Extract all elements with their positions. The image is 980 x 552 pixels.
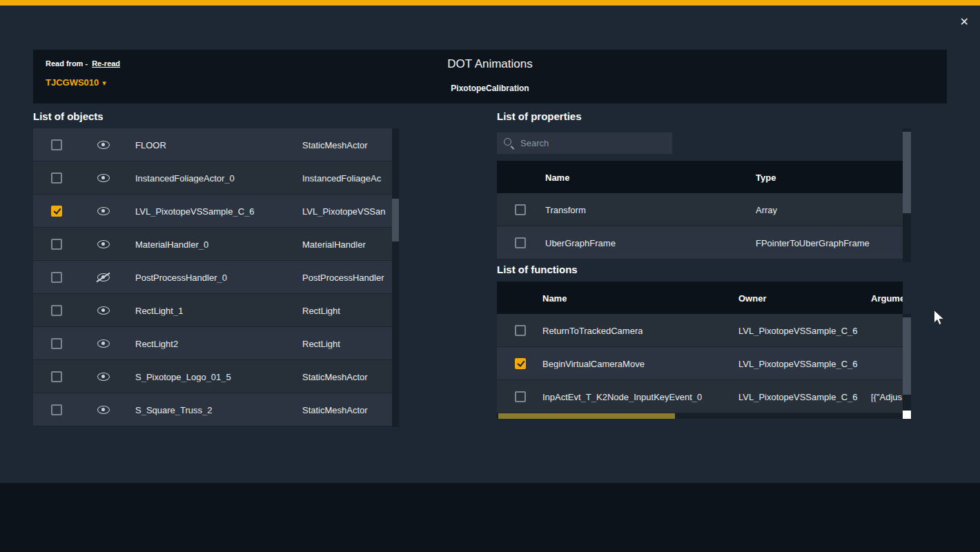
object-name: MaterialHandler_0 (135, 239, 208, 249)
function-owner: LVL_PixotopeVSSample_C_6 (738, 325, 866, 335)
object-type: MaterialHandler (302, 239, 392, 249)
row-checkbox[interactable] (51, 206, 62, 217)
object-type: RectLight (302, 338, 392, 348)
functions-horizontal-scrollbar-thumb[interactable] (498, 413, 675, 419)
row-checkbox[interactable] (51, 272, 62, 283)
eye-icon[interactable] (97, 206, 110, 216)
object-row[interactable]: S_Pixotope_Logo_01_5 StaticMeshActor (33, 360, 392, 393)
object-type: PostProcessHandler (302, 272, 392, 282)
object-name: RectLight2 (135, 338, 178, 348)
object-row[interactable]: InstancedFoliageActor_0 InstancedFoliage… (33, 161, 392, 195)
function-row[interactable]: ReturnToTrackedCamera LVL_PixotopeVSSamp… (497, 314, 903, 347)
objects-scrollbar[interactable] (392, 128, 399, 427)
object-type: InstancedFoliageAc (302, 172, 392, 183)
function-row[interactable]: BeginVirtualCameraMove LVL_PixotopeVSSam… (497, 347, 903, 380)
scrollbar-corner (903, 411, 911, 419)
row-checkbox[interactable] (515, 204, 526, 215)
row-checkbox[interactable] (51, 139, 62, 150)
eye-icon[interactable] (97, 405, 110, 415)
object-name: RectLight_1 (135, 305, 183, 315)
eye-off-icon[interactable] (97, 273, 110, 282)
property-name: Transform (545, 204, 586, 215)
row-checkbox[interactable] (515, 358, 526, 369)
property-row[interactable]: Transform Array (497, 193, 903, 226)
top-accent-bar (0, 0, 980, 6)
column-header-name: Name (542, 293, 567, 303)
properties-search[interactable] (497, 132, 672, 154)
object-type: StaticMeshActor (302, 371, 392, 382)
column-header-owner: Owner (738, 293, 866, 303)
object-row[interactable]: RectLight_1 RectLight (33, 294, 392, 327)
row-checkbox[interactable] (51, 239, 62, 250)
functions-table: Name Owner Argume ReturnToTrackedCamera … (497, 282, 903, 413)
function-name: ReturnToTrackedCamera (542, 325, 643, 335)
object-name: InstancedFoliageActor_0 (135, 172, 235, 183)
object-type: StaticMeshActor (302, 404, 392, 415)
function-name: BeginVirtualCameraMove (542, 358, 645, 368)
functions-scrollbar[interactable] (903, 314, 911, 413)
property-type: FPointerToUberGraphFrame (756, 237, 897, 248)
dialog-header: Read from -Re-read TJCGWS010▾ DOT Animat… (33, 50, 947, 103)
property-type: Array (756, 204, 897, 215)
row-checkbox[interactable] (51, 338, 62, 349)
object-row[interactable]: S_Square_Truss_2 StaticMeshActor (33, 393, 392, 426)
function-name: InpActEvt_T_K2Node_InputKeyEvent_0 (542, 391, 702, 402)
object-name: LVL_PixotopeVSSample_C_6 (135, 206, 255, 216)
close-icon[interactable]: ✕ (960, 15, 969, 28)
object-type: RectLight (302, 305, 392, 315)
dialog-subtitle: PixotopeCalibration (33, 83, 947, 93)
object-type: LVL_PixotopeVSSan (302, 206, 392, 216)
properties-scrollbar[interactable] (903, 128, 911, 262)
function-arguments: [{"Adjus (871, 391, 903, 402)
dialog-footer: Cancel Select (0, 483, 980, 552)
eye-icon[interactable] (97, 306, 110, 315)
eye-icon[interactable] (97, 140, 110, 150)
object-row[interactable]: RectLight2 RectLight (33, 327, 392, 360)
search-input[interactable] (520, 138, 658, 148)
column-header-name: Name (545, 172, 569, 182)
eye-icon[interactable] (97, 372, 110, 382)
search-icon (504, 138, 514, 148)
row-checkbox[interactable] (51, 404, 62, 415)
properties-table-header: Name Type (497, 161, 903, 193)
object-name: FLOOR (135, 139, 166, 150)
row-checkbox[interactable] (51, 172, 62, 184)
function-owner: LVL_PixotopeVSSample_C_6 (738, 358, 866, 368)
object-type: StaticMeshActor (302, 139, 392, 150)
objects-scrollbar-thumb[interactable] (392, 199, 399, 241)
object-name: PostProcessHandler_0 (135, 272, 227, 282)
object-row[interactable]: FLOOR StaticMeshActor (33, 128, 392, 161)
functions-scrollbar-thumb[interactable] (903, 317, 911, 395)
eye-icon[interactable] (97, 239, 110, 249)
function-owner: LVL_PixotopeVSSample_C_6 (738, 391, 866, 402)
object-name: S_Square_Truss_2 (135, 404, 213, 415)
object-row[interactable]: PostProcessHandler_0 PostProcessHandler (33, 261, 392, 294)
objects-heading: List of objects (33, 110, 104, 122)
object-row[interactable]: MaterialHandler_0 MaterialHandler (33, 228, 392, 261)
functions-horizontal-scrollbar[interactable] (497, 413, 903, 419)
column-header-arguments: Argume (871, 293, 903, 303)
dialog-title: DOT Animations (33, 57, 947, 71)
properties-heading: List of properties (497, 110, 582, 122)
object-row[interactable]: LVL_PixotopeVSSample_C_6 LVL_PixotopeVSS… (33, 195, 392, 228)
row-checkbox[interactable] (515, 391, 526, 402)
property-row[interactable]: UberGraphFrame FPointerToUberGraphFrame (497, 226, 903, 259)
properties-table: Name Type Transform Array UberGraphFrame… (497, 161, 903, 259)
mouse-cursor (933, 310, 945, 328)
eye-icon[interactable] (97, 339, 110, 348)
row-checkbox[interactable] (51, 371, 62, 382)
row-checkbox[interactable] (51, 305, 62, 316)
functions-heading: List of functions (497, 264, 578, 275)
eye-icon[interactable] (97, 173, 110, 183)
row-checkbox[interactable] (515, 325, 526, 336)
objects-table: FLOOR StaticMeshActor InstancedFoliageAc… (33, 128, 399, 427)
function-row[interactable]: InpActEvt_T_K2Node_InputKeyEvent_0 LVL_P… (497, 380, 903, 413)
object-name: S_Pixotope_Logo_01_5 (135, 371, 231, 382)
properties-scrollbar-thumb[interactable] (903, 132, 911, 213)
row-checkbox[interactable] (515, 237, 526, 248)
property-name: UberGraphFrame (545, 237, 616, 248)
functions-table-header: Name Owner Argume (497, 282, 903, 314)
column-header-type: Type (756, 172, 897, 182)
